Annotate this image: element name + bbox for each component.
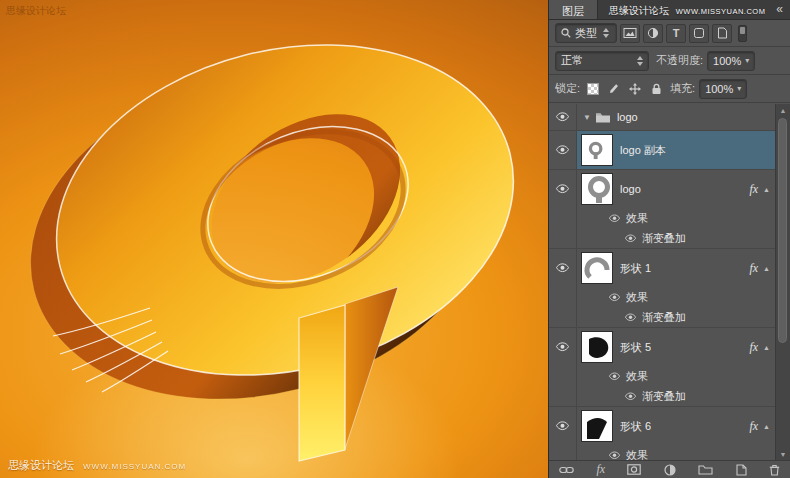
fill-label: 填充:: [670, 81, 695, 96]
search-icon: [561, 28, 571, 38]
layers-bottom-toolbar: fx: [549, 460, 790, 478]
blend-mode-select[interactable]: 正常: [555, 51, 649, 71]
photoshop-workspace: 思缘设计论坛 思缘设计论坛 WWW.MISSYUAN.COM 图层 思缘设计论坛…: [0, 0, 790, 478]
effect-name: 渐变叠加: [642, 231, 686, 246]
caret-down-icon: ▾: [745, 57, 749, 65]
filter-kind-select[interactable]: 类型: [555, 23, 617, 43]
fx-collapse-chevron-icon[interactable]: ▲: [763, 423, 770, 430]
visibility-eye-icon[interactable]: [549, 407, 577, 445]
visibility-eye-icon[interactable]: [549, 104, 577, 130]
layer-filter-row: 类型 T: [549, 20, 790, 47]
scroll-up-icon[interactable]: ▲: [776, 104, 790, 116]
visibility-eye-icon[interactable]: [625, 313, 636, 322]
effects-label: 效果: [626, 448, 648, 461]
fx-collapse-chevron-icon[interactable]: ▲: [763, 265, 770, 272]
adjustment-layer-icon[interactable]: [664, 463, 676, 477]
blend-opacity-row: 正常 不透明度: 100% ▾: [549, 47, 790, 75]
layer-row-logo-copy[interactable]: logo 副本: [549, 131, 775, 169]
gradient-overlay-row[interactable]: 渐变叠加: [549, 386, 775, 406]
filter-kind-label: 类型: [575, 26, 597, 41]
visibility-eye-icon[interactable]: [609, 451, 620, 460]
gradient-overlay-row[interactable]: 渐变叠加: [549, 307, 775, 327]
caret-down-icon: ▾: [737, 85, 741, 93]
effect-name: 渐变叠加: [642, 389, 686, 404]
visibility-eye-icon[interactable]: [609, 372, 620, 381]
lock-pixels-brush-icon[interactable]: [607, 82, 621, 96]
scroll-down-icon[interactable]: ▼: [776, 448, 790, 460]
fx-badge[interactable]: fx: [749, 182, 758, 197]
effects-label: 效果: [626, 211, 648, 226]
layer-thumbnail[interactable]: [581, 173, 613, 205]
link-layers-icon[interactable]: [559, 463, 574, 477]
effects-header-row[interactable]: 效果: [549, 287, 775, 307]
new-group-icon[interactable]: [698, 463, 713, 477]
blend-mode-value: 正常: [561, 53, 583, 68]
group-expand-triangle-icon[interactable]: ▼: [583, 113, 591, 122]
filter-toggle-switch[interactable]: [738, 25, 747, 42]
visibility-eye-icon[interactable]: [609, 293, 620, 302]
layer-group-row[interactable]: ▼ logo: [549, 104, 775, 130]
layer-row-shape5[interactable]: 形状 5 fx ▲: [549, 328, 775, 366]
filter-pixel-icon[interactable]: [620, 24, 640, 43]
fx-badge[interactable]: fx: [749, 419, 758, 434]
effect-name: 渐变叠加: [642, 310, 686, 325]
layer-row-logo[interactable]: logo fx ▲: [549, 170, 775, 208]
fx-badge[interactable]: fx: [749, 340, 758, 355]
filter-smart-object-icon[interactable]: [712, 24, 732, 43]
document-canvas[interactable]: 思缘设计论坛 思缘设计论坛 WWW.MISSYUAN.COM: [0, 0, 548, 478]
group-name: logo: [617, 111, 638, 123]
visibility-eye-icon[interactable]: [625, 234, 636, 243]
layer-thumbnail[interactable]: [581, 252, 613, 284]
visibility-eye-icon[interactable]: [609, 214, 620, 223]
layer-thumbnail[interactable]: [581, 134, 613, 166]
effects-header-row[interactable]: 效果: [549, 445, 775, 460]
layer-row-shape1[interactable]: 形状 1 fx ▲: [549, 249, 775, 287]
fx-collapse-chevron-icon[interactable]: ▲: [763, 186, 770, 193]
effects-label: 效果: [626, 369, 648, 384]
tab-layers[interactable]: 图层: [549, 0, 598, 19]
delete-layer-trash-icon[interactable]: [769, 463, 780, 477]
layer-name: 形状 6: [620, 419, 651, 434]
folder-icon: [595, 111, 611, 123]
fx-badge[interactable]: fx: [749, 261, 758, 276]
visibility-eye-icon[interactable]: [549, 170, 577, 208]
layer-name: 形状 1: [620, 261, 651, 276]
effects-header-row[interactable]: 效果: [549, 366, 775, 386]
layer-thumbnail[interactable]: [581, 331, 613, 363]
visibility-eye-icon[interactable]: [549, 328, 577, 366]
add-layer-mask-icon[interactable]: [627, 463, 641, 477]
watermark-site-name: 思缘设计论坛: [609, 5, 669, 16]
opacity-value[interactable]: 100% ▾: [707, 51, 755, 71]
scrollbar-thumb[interactable]: [778, 118, 787, 343]
visibility-eye-icon[interactable]: [549, 131, 577, 169]
collapse-panel-icon[interactable]: «: [772, 2, 787, 17]
lock-all-icon[interactable]: [649, 82, 663, 96]
layer-name: logo 副本: [620, 143, 666, 158]
filter-type-icon[interactable]: T: [666, 24, 686, 43]
layers-scrollbar[interactable]: ▲ ▼: [775, 104, 790, 460]
visibility-eye-icon[interactable]: [549, 249, 577, 287]
gradient-overlay-row[interactable]: 渐变叠加: [549, 228, 775, 248]
lock-label: 锁定:: [555, 81, 580, 96]
lock-position-move-icon[interactable]: [628, 82, 642, 96]
select-arrows-icon: [603, 28, 609, 38]
effects-label: 效果: [626, 290, 648, 305]
layer-thumbnail[interactable]: [581, 410, 613, 442]
new-layer-icon[interactable]: [736, 463, 747, 477]
fill-value[interactable]: 100% ▾: [699, 79, 747, 99]
layer-row-shape6[interactable]: 形状 6 fx ▲: [549, 407, 775, 445]
watermark-panel-top: 思缘设计论坛 WWW.MISSYUAN.COM: [609, 4, 765, 18]
layer-name: logo: [620, 183, 641, 195]
opacity-label: 不透明度:: [656, 53, 703, 68]
filter-adjustment-icon[interactable]: [643, 24, 663, 43]
layers-panel: 图层 思缘设计论坛 WWW.MISSYUAN.COM « 类型: [548, 0, 790, 478]
visibility-eye-icon[interactable]: [625, 392, 636, 401]
fx-collapse-chevron-icon[interactable]: ▲: [763, 344, 770, 351]
effects-header-row[interactable]: 效果: [549, 208, 775, 228]
panel-tab-bar: 图层 思缘设计论坛 WWW.MISSYUAN.COM «: [549, 0, 790, 20]
filter-shape-icon[interactable]: [689, 24, 709, 43]
lock-transparency-icon[interactable]: [586, 82, 600, 96]
watermark-site-url: WWW.MISSYUAN.COM: [676, 7, 766, 16]
add-layer-style-icon[interactable]: fx: [596, 463, 605, 477]
gold-logo-artwork: [0, 0, 548, 478]
